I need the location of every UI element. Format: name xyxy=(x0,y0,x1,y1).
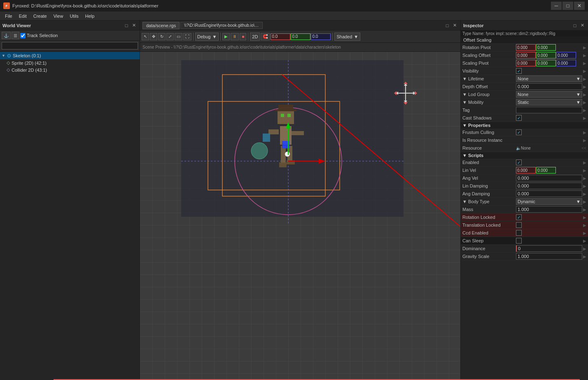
row-expand-7[interactable]: ▶ xyxy=(583,100,586,105)
menu-create[interactable]: Create xyxy=(30,13,50,19)
tree-item-sprite[interactable]: ◇ Sprite (2D) (42:1) xyxy=(0,59,140,66)
gravity-scale-input[interactable] xyxy=(516,253,582,260)
scene-float[interactable]: □ xyxy=(444,22,450,29)
body-type-dropdown[interactable]: Dynamic ▼ xyxy=(516,198,582,205)
scaling-offset-z[interactable] xyxy=(556,52,576,59)
wv-btn-1[interactable]: ☰ xyxy=(12,32,19,39)
row-expand-19[interactable]: ▶ xyxy=(583,192,586,196)
scene-tab-2[interactable]: \\?\D:\RustEngine\fyrox-book.github.io\s… xyxy=(180,22,263,29)
enabled-checkbox[interactable] xyxy=(516,160,522,165)
mobility-dropdown[interactable]: Static ▼ xyxy=(516,99,582,106)
row-expand-5[interactable]: ▶ xyxy=(583,84,586,89)
toolbar-select[interactable]: ↖ xyxy=(142,33,149,40)
stop-button[interactable]: ■ xyxy=(240,33,246,40)
maximize-button[interactable]: □ xyxy=(562,2,573,10)
magnet-button[interactable]: 🧲 xyxy=(261,33,270,40)
wv-btn-anchor[interactable]: ⚓ xyxy=(2,32,11,39)
row-expand-1[interactable]: ▶ xyxy=(583,53,586,58)
inspector-float[interactable]: □ xyxy=(572,22,578,29)
cast-shadows-checkbox[interactable] xyxy=(516,115,522,121)
menu-edit[interactable]: Edit xyxy=(16,13,30,19)
row-expand-22[interactable]: ▶ xyxy=(583,215,586,220)
menu-file[interactable]: File xyxy=(2,13,16,19)
dominance-input[interactable] xyxy=(516,245,582,252)
tree-item-skeleton[interactable]: ▼ ⊙ Skeleton (0:1) xyxy=(0,52,140,59)
menu-help[interactable]: Help xyxy=(82,13,98,19)
toolbar-rotate[interactable]: ↻ xyxy=(158,33,166,40)
tree-item-collider[interactable]: ◇ Collider 2D (43:1) xyxy=(0,66,140,73)
section-scripts[interactable]: ▼ Scripts xyxy=(461,152,588,159)
translation-locked-checkbox[interactable] xyxy=(516,222,522,228)
row-expand-8[interactable]: ▶ xyxy=(583,108,586,113)
lin-vel-x[interactable] xyxy=(516,167,536,174)
frustum-culling-checkbox[interactable] xyxy=(516,129,522,135)
tag-input[interactable] xyxy=(516,107,582,113)
row-expand-23[interactable]: ▶ xyxy=(583,223,586,228)
coord-z[interactable] xyxy=(311,33,331,40)
row-expand-27[interactable]: ▶ xyxy=(583,254,586,259)
row-expand-6[interactable]: ▶ xyxy=(583,92,586,97)
lod-group-dropdown[interactable]: None ▼ xyxy=(516,91,582,98)
rotation-pivot-x[interactable] xyxy=(516,44,536,51)
rotation-pivot-y[interactable] xyxy=(536,44,556,51)
pause-button[interactable]: ⏸ xyxy=(231,33,239,40)
row-expand-13[interactable]: << xyxy=(581,146,586,150)
val-scaling-pivot xyxy=(516,60,582,66)
scaling-offset-y[interactable] xyxy=(536,52,556,59)
toolbar-scale[interactable]: ⤢ xyxy=(166,33,174,40)
row-expand-18[interactable]: ▶ xyxy=(583,184,586,188)
2d-toggle[interactable]: 2D xyxy=(250,33,260,41)
scaling-pivot-y[interactable] xyxy=(536,60,556,66)
row-expand-11[interactable]: ▶ xyxy=(583,130,586,135)
row-expand-21[interactable]: ▶ xyxy=(583,207,586,212)
row-expand-15[interactable]: ▶ xyxy=(583,160,586,165)
row-expand-2[interactable]: ▶ xyxy=(583,61,586,66)
row-expand-3[interactable]: ▶ xyxy=(583,69,586,73)
coord-y[interactable] xyxy=(291,33,310,40)
world-viewer-close[interactable]: ✕ xyxy=(131,22,137,29)
scene-tab-1[interactable]: data/scene.rgs xyxy=(142,22,180,29)
world-viewer-float[interactable]: □ xyxy=(123,22,130,29)
scene-canvas[interactable] xyxy=(140,52,460,380)
scaling-pivot-z[interactable] xyxy=(556,60,576,66)
menu-utils[interactable]: Utils xyxy=(66,13,82,19)
track-selection-checkbox[interactable] xyxy=(20,33,26,38)
depth-offset-input[interactable] xyxy=(516,83,582,90)
lin-damping-input[interactable] xyxy=(516,183,582,189)
toolbar-rect[interactable]: ▭ xyxy=(175,33,182,40)
debug-dropdown[interactable]: Debug ▼ xyxy=(195,33,219,41)
lin-vel-y[interactable] xyxy=(536,167,556,174)
ang-damping-input[interactable] xyxy=(516,190,582,197)
play-button[interactable]: ▶ xyxy=(222,33,230,40)
menu-view[interactable]: View xyxy=(50,13,67,19)
row-expand-4[interactable]: ▶ xyxy=(583,77,586,81)
mass-input[interactable] xyxy=(516,206,582,213)
scaling-offset-x[interactable] xyxy=(516,52,536,59)
row-expand-20[interactable]: ▶ xyxy=(583,199,586,204)
row-expand-12[interactable]: ▶ xyxy=(583,138,586,143)
row-expand-16[interactable]: ▶ xyxy=(583,168,586,173)
visibility-checkbox[interactable] xyxy=(516,68,522,74)
section-properties[interactable]: ▼ Properties xyxy=(461,122,588,129)
lifetime-dropdown[interactable]: None ▼ xyxy=(516,75,582,82)
scene-close[interactable]: ✕ xyxy=(451,22,458,29)
scaling-pivot-x[interactable] xyxy=(516,60,536,66)
row-expand-25[interactable]: ▶ xyxy=(583,239,586,243)
inspector-close[interactable]: ✕ xyxy=(579,22,586,29)
coord-x[interactable] xyxy=(271,33,290,40)
minimize-button[interactable]: ─ xyxy=(551,2,562,10)
can-sleep-checkbox[interactable] xyxy=(516,238,522,244)
row-expand-0[interactable]: ▶ xyxy=(583,45,586,50)
toolbar-anchor[interactable]: ⛶ xyxy=(183,33,191,40)
shaded-dropdown[interactable]: Shaded ▼ xyxy=(334,33,360,41)
row-expand-26[interactable]: ▶ xyxy=(583,246,586,251)
row-expand-24[interactable]: ▶ xyxy=(583,231,586,235)
close-button[interactable]: ✕ xyxy=(574,2,585,10)
row-expand-17[interactable]: ▶ xyxy=(583,176,586,181)
ccd-enabled-checkbox[interactable] xyxy=(516,230,522,236)
ang-vel-input[interactable] xyxy=(516,175,582,181)
row-expand-9[interactable]: ▶ xyxy=(583,116,586,120)
world-viewer-search-input[interactable] xyxy=(2,42,138,49)
rotation-locked-checkbox[interactable] xyxy=(516,214,522,220)
toolbar-move[interactable]: ✥ xyxy=(150,33,157,40)
